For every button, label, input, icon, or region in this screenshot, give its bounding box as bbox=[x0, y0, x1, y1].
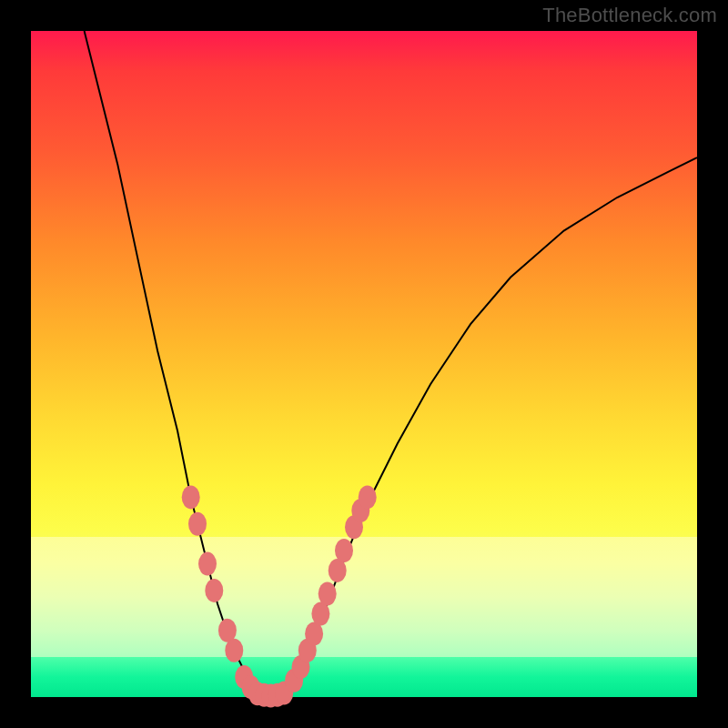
watermark-text: TheBottleneck.com bbox=[542, 4, 717, 27]
chart-frame: TheBottleneck.com bbox=[0, 0, 728, 728]
plot-area bbox=[31, 31, 697, 697]
curve-marker bbox=[318, 582, 337, 606]
marker-group bbox=[182, 485, 377, 707]
curve-marker bbox=[335, 539, 353, 562]
curve-marker bbox=[359, 485, 377, 509]
bottleneck-curve bbox=[85, 31, 697, 697]
curve-marker bbox=[225, 639, 243, 662]
curve-marker bbox=[205, 579, 223, 602]
curve-marker bbox=[182, 485, 200, 509]
chart-svg bbox=[31, 31, 697, 697]
curve-marker bbox=[198, 552, 217, 576]
curve-marker bbox=[188, 512, 207, 536]
